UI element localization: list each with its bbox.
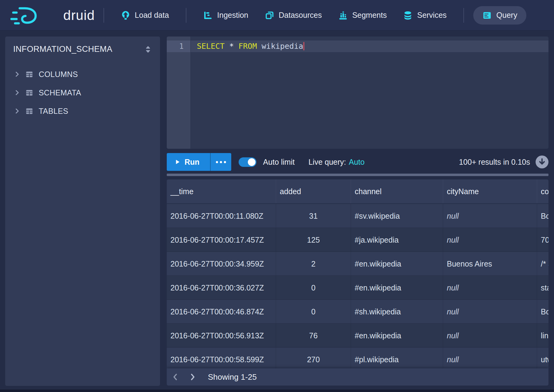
schema-panel: INFORMATION_SCHEMA [5,37,160,386]
cell-time[interactable]: 2016-06-27T00:00:58.599Z [167,348,276,371]
cell-channel[interactable]: #pl.wikipedia [351,348,443,371]
run-button[interactable]: Run [167,153,210,171]
nav-label: Services [417,11,447,20]
pagination-status: Showing 1-25 [208,372,257,382]
table-icon [25,107,33,115]
cell-added[interactable]: 76 [276,324,351,348]
cell-comment[interactable]: link [537,324,548,348]
live-query-label: Live query: [308,158,346,166]
cell-channel[interactable]: #en.wikipedia [351,324,443,348]
nav-label: Datasources [279,11,322,20]
cell-added[interactable]: 31 [276,204,351,228]
auto-limit-label: Auto limit [263,158,295,167]
cell-channel[interactable]: #en.wikipedia [351,276,443,300]
tree-label: SCHEMATA [39,88,81,97]
cell-channel[interactable]: #en.wikipedia [351,252,443,276]
table-row: 2016-06-27T00:00:56.913Z 76 #en.wikipedi… [167,324,548,348]
nav-label: Load data [135,11,169,20]
panel-resize-handle[interactable] [167,174,548,176]
nav-item-datasources[interactable]: Datasources [257,0,330,30]
editor-gutter: 1 [167,37,191,149]
cell-cityname[interactable]: null [443,300,537,324]
column-header-added[interactable]: added [276,179,351,203]
table-row: 2016-06-27T00:00:58.599Z 270 #pl.wikiped… [167,348,548,371]
editor-code-area[interactable]: SELECT * FROM wikipedia [191,37,548,149]
nav-item-ingestion[interactable]: Ingestion [195,0,256,30]
tree-item-tables[interactable]: TABLES [5,102,160,120]
cell-cityname[interactable]: null [443,276,537,300]
cell-comment[interactable]: 70. [537,228,548,252]
sql-token: * [229,42,234,51]
column-header-cityname[interactable]: cityName [443,179,537,203]
nav-item-services[interactable]: Services [395,0,455,30]
cell-time[interactable]: 2016-06-27T00:00:34.959Z [167,252,276,276]
cell-cityname[interactable]: Buenos Aires [443,252,537,276]
run-button-group: Run [167,153,231,171]
sql-editor[interactable]: 1 SELECT * FROM wikipedia [167,37,548,149]
cell-cityname[interactable]: null [443,348,537,371]
text-cursor [303,42,304,50]
nav-item-segments[interactable]: Segments [330,0,395,30]
cell-channel[interactable]: #sh.wikipedia [351,300,443,324]
cell-channel[interactable]: #ja.wikipedia [351,228,443,252]
results-header-row: __time added channel cityName comment [167,179,548,204]
tree-label: TABLES [39,107,68,116]
tree-label: COLUMNS [39,70,78,79]
results-body: 2016-06-27T00:00:11.080Z 31 #sv.wikipedi… [167,204,548,371]
nav-item-query[interactable]: Query [473,6,526,25]
navbar-divider [186,8,186,23]
column-header-channel[interactable]: channel [351,179,443,203]
line-number: 1 [167,40,190,52]
sort-icon[interactable] [144,45,152,54]
sql-line: SELECT * FROM wikipedia [191,40,548,52]
cell-added[interactable]: 0 [276,276,351,300]
nav-item-load-data[interactable]: Load data [113,0,177,30]
table-row: 2016-06-27T00:00:46.874Z 0 #sh.wikipedia… [167,300,548,324]
more-options-button[interactable] [210,153,231,171]
nav-label: Ingestion [217,11,248,20]
previous-page-button[interactable] [167,368,184,386]
cell-added[interactable]: 2 [276,252,351,276]
cell-comment[interactable]: Bot [537,204,548,228]
auto-limit-toggle[interactable] [239,157,256,167]
column-header-time[interactable]: __time [167,179,276,203]
cell-added[interactable]: 0 [276,300,351,324]
cell-cityname[interactable]: null [443,324,537,348]
cell-time[interactable]: 2016-06-27T00:00:36.027Z [167,276,276,300]
cell-comment[interactable]: utw [537,348,548,371]
ingestion-icon [203,11,213,20]
toggle-knob [248,158,256,166]
services-icon [403,11,412,20]
next-page-button[interactable] [184,368,201,386]
cell-time[interactable]: 2016-06-27T00:00:56.913Z [167,324,276,348]
tree-item-schemata[interactable]: SCHEMATA [5,83,160,102]
live-query-value[interactable]: Auto [349,158,365,166]
cell-cityname[interactable]: null [443,204,537,228]
schema-tree: COLUMNS SCHEMATA [5,65,160,120]
datasources-icon [265,11,274,20]
cell-time[interactable]: 2016-06-27T00:00:46.874Z [167,300,276,324]
druid-console: druid Load data [0,0,554,392]
druid-brand[interactable]: druid [10,6,95,25]
window-bottom-edge [0,390,554,392]
nav-label: Segments [352,11,387,20]
cell-cityname[interactable]: null [443,228,537,252]
tree-item-columns[interactable]: COLUMNS [5,65,160,83]
chevron-right-icon [14,108,20,114]
schema-title: INFORMATION_SCHEMA [13,44,112,54]
table-row: 2016-06-27T00:00:36.027Z 0 #en.wikipedia… [167,276,548,300]
cell-time[interactable]: 2016-06-27T00:00:17.457Z [167,228,276,252]
column-header-comment[interactable]: comment [537,179,548,203]
play-icon [175,159,180,165]
cell-added[interactable]: 270 [276,348,351,371]
cell-channel[interactable]: #sv.wikipedia [351,204,443,228]
cell-comment[interactable]: /* S [537,252,548,276]
chevron-right-icon [14,90,20,95]
cell-added[interactable]: 125 [276,228,351,252]
chevron-right-icon [14,71,20,77]
cell-comment[interactable]: sta [537,276,548,300]
cell-comment[interactable]: Bot [537,300,548,324]
run-label: Run [185,158,200,167]
cell-time[interactable]: 2016-06-27T00:00:11.080Z [167,204,276,228]
download-button[interactable] [536,156,548,168]
